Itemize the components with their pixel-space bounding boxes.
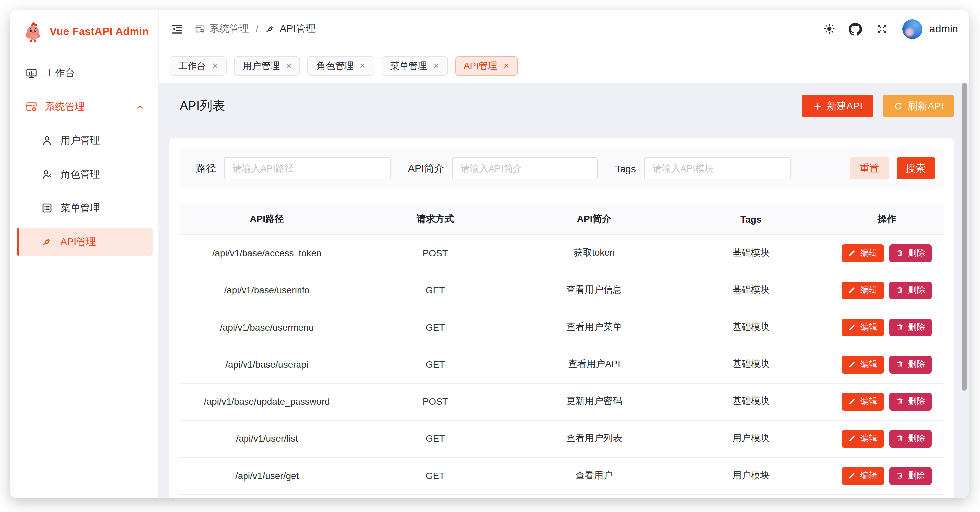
cell-path: /api/v1/user/list <box>179 420 355 457</box>
api-table: API路径 请求方式 API简介 Tags 操作 /api/v1/base/ac… <box>179 204 944 495</box>
edit-button[interactable]: 编辑 <box>842 355 884 373</box>
fullscreen-icon[interactable] <box>872 19 892 39</box>
topbar-actions: admin <box>819 19 958 39</box>
trash-icon <box>896 249 904 257</box>
table-row: /api/v1/base/access_token POST 获取token 基… <box>179 234 944 272</box>
sidebar-item-workbench[interactable]: 工作台 <box>17 59 153 87</box>
tab-label: 角色管理 <box>317 60 353 72</box>
sidebar-item-menus[interactable]: 菜单管理 <box>17 194 153 222</box>
sidebar-item-label: 菜单管理 <box>60 202 100 214</box>
page-title: API列表 <box>180 97 225 114</box>
table-row: /api/v1/user/list GET 查看用户列表 用户模块 编辑 <box>179 420 944 457</box>
pencil-icon <box>848 249 856 257</box>
edit-button[interactable]: 编辑 <box>842 244 884 262</box>
sidebar: Vue FastAPI Admin 工作台 <box>10 10 159 498</box>
cell-tags: 基础模块 <box>673 308 830 346</box>
sidebar-item-system[interactable]: 系统管理 <box>17 93 153 121</box>
create-api-button[interactable]: 新建API <box>802 95 873 117</box>
tab-workbench[interactable]: 工作台 ✕ <box>170 56 227 76</box>
close-icon[interactable]: ✕ <box>212 62 218 70</box>
close-icon[interactable]: ✕ <box>360 62 366 70</box>
cell-method: GET <box>355 308 515 346</box>
trash-icon <box>896 286 904 294</box>
cell-tags: 基础模块 <box>673 383 830 420</box>
sidebar-item-label: 工作台 <box>45 67 75 79</box>
breadcrumb-item-system[interactable]: 系统管理 <box>195 22 249 35</box>
delete-button[interactable]: 删除 <box>889 318 932 336</box>
logo[interactable]: Vue FastAPI Admin <box>10 10 158 50</box>
search-button[interactable]: 搜索 <box>897 157 935 180</box>
collapse-sidebar-icon[interactable] <box>167 19 187 39</box>
close-icon[interactable]: ✕ <box>286 62 291 70</box>
sidebar-item-api[interactable]: API管理 <box>17 228 153 256</box>
pencil-icon <box>848 286 856 294</box>
sidebar-item-users[interactable]: 用户管理 <box>17 127 153 154</box>
api-card: 路径 API简介 Tags 重置 搜索 API路 <box>169 138 954 498</box>
refresh-api-button[interactable]: 刷新API <box>883 95 954 117</box>
edit-button[interactable]: 编辑 <box>842 467 884 485</box>
cell-actions: 编辑 删除 <box>829 457 944 494</box>
page-root: Vue FastAPI Admin 工作台 <box>0 0 980 512</box>
breadcrumb-item-api[interactable]: API管理 <box>265 22 315 35</box>
trash-icon <box>896 434 904 442</box>
tab-label: 菜单管理 <box>390 60 427 72</box>
page-actions: 新建API 刷新API <box>802 95 954 117</box>
tab-users[interactable]: 用户管理 ✕ <box>234 56 300 76</box>
delete-button[interactable]: 删除 <box>889 393 932 410</box>
path-filter-input[interactable] <box>224 157 391 180</box>
delete-button[interactable]: 删除 <box>889 467 932 485</box>
tab-menus[interactable]: 菜单管理 ✕ <box>381 56 448 76</box>
sidebar-item-roles[interactable]: 角色管理 <box>17 160 153 188</box>
close-icon[interactable]: ✕ <box>433 62 439 70</box>
delete-button[interactable]: 删除 <box>889 429 932 447</box>
close-icon[interactable]: ✕ <box>503 62 509 70</box>
github-icon[interactable] <box>846 19 866 39</box>
table-row: /api/v1/base/usermenu GET 查看用户菜单 基础模块 编辑 <box>179 308 944 346</box>
tab-api[interactable]: API管理 ✕ <box>455 56 518 76</box>
cell-path: /api/v1/base/access_token <box>179 234 355 272</box>
delete-button[interactable]: 删除 <box>889 281 932 299</box>
table-row: /api/v1/base/update_password POST 更新用户密码… <box>179 383 944 420</box>
breadcrumb-label: API管理 <box>280 22 315 35</box>
cell-path: /api/v1/base/userinfo <box>179 272 355 308</box>
cell-actions: 编辑 删除 <box>829 383 944 420</box>
table-row: /api/v1/base/userinfo GET 查看用户信息 基础模块 编辑 <box>179 272 944 308</box>
reset-button[interactable]: 重置 <box>850 157 889 180</box>
tags-filter-input[interactable] <box>644 157 791 180</box>
cell-summary: 查看用户 <box>515 457 673 494</box>
sidebar-menu: 工作台 系统管理 <box>10 59 158 256</box>
trash-icon <box>896 398 904 405</box>
create-api-label: 新建API <box>827 100 862 112</box>
edit-button[interactable]: 编辑 <box>842 429 884 447</box>
plus-icon <box>812 101 822 111</box>
vertical-scrollbar[interactable] <box>962 83 967 391</box>
summary-filter-label: API简介 <box>408 162 444 175</box>
cell-summary: 更新用户密码 <box>515 383 673 420</box>
tab-label: 用户管理 <box>242 60 280 72</box>
theme-sun-icon[interactable] <box>819 19 839 39</box>
edit-button[interactable]: 编辑 <box>842 318 884 336</box>
app-window: Vue FastAPI Admin 工作台 <box>10 10 969 498</box>
path-filter-label: 路径 <box>196 162 216 175</box>
cell-tags: 用户模块 <box>673 457 830 494</box>
edit-button[interactable]: 编辑 <box>842 393 884 410</box>
tab-roles[interactable]: 角色管理 ✕ <box>308 56 374 76</box>
cell-summary: 获取token <box>515 234 673 272</box>
summary-filter-input[interactable] <box>452 157 598 180</box>
chevron-up-icon <box>135 102 145 111</box>
pencil-icon <box>848 398 856 405</box>
username[interactable]: admin <box>929 23 958 35</box>
api-plug-icon <box>40 235 53 248</box>
breadcrumb-separator: / <box>256 23 258 35</box>
breadcrumb-label: 系统管理 <box>209 22 249 35</box>
cell-path: /api/v1/base/userapi <box>179 346 355 383</box>
avatar[interactable] <box>903 19 923 39</box>
delete-button[interactable]: 删除 <box>889 355 932 373</box>
delete-button[interactable]: 删除 <box>889 244 932 262</box>
cell-summary: 查看用户信息 <box>515 272 673 308</box>
cell-tags: 基础模块 <box>673 346 830 383</box>
sidebar-item-label: API管理 <box>60 235 96 248</box>
table-row: /api/v1/base/userapi GET 查看用户API 基础模块 编辑 <box>179 346 944 383</box>
cell-summary: 查看用户列表 <box>515 420 673 457</box>
edit-button[interactable]: 编辑 <box>842 281 884 299</box>
